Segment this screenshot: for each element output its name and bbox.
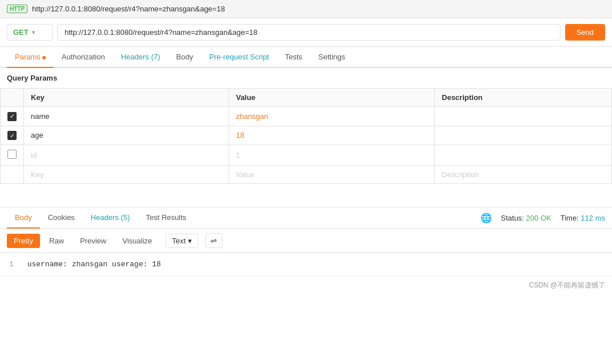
col-desc-header: Description (435, 89, 612, 107)
col-value-header: Value (229, 89, 434, 107)
time-label: Time: 112 ms (561, 214, 605, 222)
row-value-id: 1 (229, 145, 434, 166)
row-value-name: zhansgan (229, 107, 434, 126)
time-value: 112 ms (581, 214, 605, 222)
globe-icon: 🌐 (481, 213, 492, 223)
placeholder-value: Value (229, 166, 434, 184)
footer-text: CSDN @不能再留遗憾了 (529, 281, 605, 289)
tab-response-body[interactable]: Body (7, 207, 40, 229)
response-line-1: username: zhansgan userage: 18 (27, 260, 161, 269)
format-dropdown-selected: Text (172, 237, 186, 245)
tab-tests[interactable]: Tests (277, 47, 310, 68)
request-tabs: Params Authorization Headers (7) Body Pr… (0, 47, 612, 68)
placeholder-checkbox-cell (1, 166, 24, 184)
format-dropdown-chevron-icon: ▾ (188, 237, 192, 245)
params-dot (42, 56, 46, 59)
table-row: id 1 (1, 145, 612, 166)
row-desc-age (435, 126, 612, 145)
section-title-query-params: Query Params (0, 68, 612, 88)
row-key-name: name (24, 107, 229, 126)
tab-pre-request[interactable]: Pre-request Script (201, 47, 277, 68)
table-row-placeholder: Key Value Description (1, 166, 612, 184)
checkbox-age[interactable] (7, 131, 17, 140)
checkbox-name[interactable] (7, 112, 17, 121)
tab-cookies[interactable]: Cookies (40, 207, 83, 229)
row-desc-id (435, 145, 612, 166)
bottom-section: Body Cookies Headers (5) Test Results 🌐 … (0, 207, 612, 275)
footer: CSDN @不能再留遗憾了 (0, 275, 612, 295)
status-value: 200 OK (526, 214, 551, 222)
send-button[interactable]: Send (565, 24, 605, 41)
row-checkbox-cell[interactable] (1, 107, 24, 126)
checkbox-id[interactable] (7, 150, 17, 159)
row-checkbox-cell[interactable] (1, 145, 24, 166)
tab-params[interactable]: Params (7, 47, 54, 68)
title-bar: HTTP http://127.0.0.1:8080/request/r4?na… (0, 0, 612, 18)
table-row: name zhansgan (1, 107, 612, 126)
col-key-header: Key (24, 89, 229, 107)
url-bar: GET ▾ Send (0, 18, 612, 47)
method-chevron-icon: ▾ (32, 29, 35, 35)
tab-authorization[interactable]: Authorization (54, 47, 113, 68)
row-key-id: id (24, 145, 229, 166)
table-row: age 18 (1, 126, 612, 145)
query-params-section: Query Params Key Value Description name … (0, 68, 612, 184)
format-tab-pretty[interactable]: Pretty (7, 234, 40, 248)
tab-test-results[interactable]: Test Results (138, 207, 194, 229)
response-status: 🌐 Status: 200 OK Time: 112 ms (481, 213, 605, 223)
row-desc-name (435, 107, 612, 126)
status-label: Status: 200 OK (501, 214, 551, 222)
placeholder-key: Key (24, 166, 229, 184)
format-dropdown[interactable]: Text ▾ (166, 234, 198, 248)
placeholder-desc: Description (435, 166, 612, 184)
params-table: Key Value Description name zhansgan age (0, 88, 612, 184)
row-checkbox-cell[interactable] (1, 126, 24, 145)
spacer (0, 184, 612, 195)
response-tabs: Body Cookies Headers (5) Test Results 🌐 … (0, 207, 612, 229)
tab-body[interactable]: Body (168, 47, 201, 68)
tab-settings[interactable]: Settings (310, 47, 353, 68)
title-url: http://127.0.0.1:8080/request/r4?name=zh… (32, 5, 225, 13)
tab-headers[interactable]: Headers (7) (113, 47, 169, 68)
method-label: GET (13, 28, 29, 37)
row-key-age: age (24, 126, 229, 145)
line-number-1: 1 (9, 260, 14, 269)
format-tab-raw[interactable]: Raw (42, 234, 71, 248)
row-value-age: 18 (229, 126, 434, 145)
method-select[interactable]: GET ▾ (7, 24, 53, 41)
format-toolbar: Pretty Raw Preview Visualize Text ▾ ⇌ (0, 229, 612, 253)
col-checkbox (1, 89, 24, 107)
wrap-button[interactable]: ⇌ (205, 233, 222, 248)
format-tab-preview[interactable]: Preview (73, 234, 113, 248)
url-input[interactable] (57, 24, 561, 41)
format-tab-visualize[interactable]: Visualize (115, 234, 159, 248)
tab-response-headers[interactable]: Headers (5) (83, 207, 138, 229)
http-badge: HTTP (7, 5, 27, 13)
response-body: 1 username: zhansgan userage: 18 (0, 253, 612, 275)
